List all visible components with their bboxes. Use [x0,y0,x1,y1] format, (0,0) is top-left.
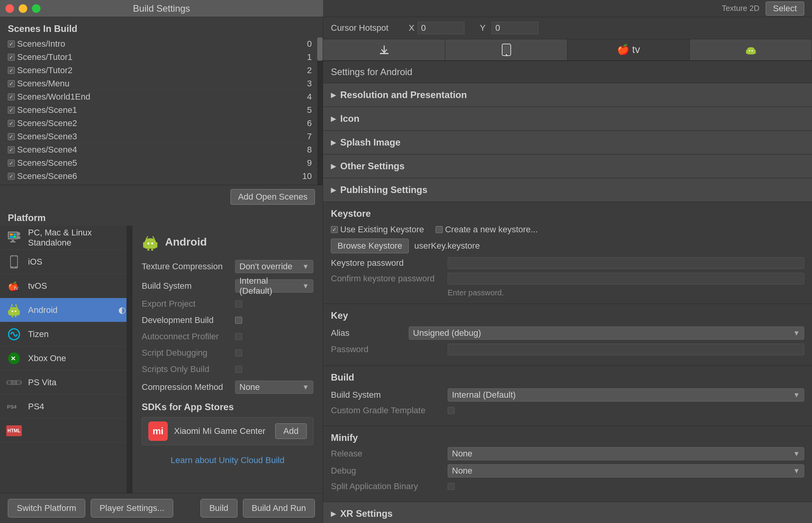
custom-gradle-checkbox[interactable] [448,407,455,414]
alias-dropdown[interactable]: Unsigned (debug) ▼ [409,326,804,340]
scene-num-9: 9 [307,158,312,168]
section-bar-publishing[interactable]: ▶ Publishing Settings [323,178,812,202]
keystore-hint: Enter password. [448,288,804,297]
scene-check-8 [8,146,15,153]
switch-platform-button[interactable]: Switch Platform [8,499,85,518]
titlebar: Build Settings [0,0,323,17]
platform-scrollbar[interactable] [127,226,132,493]
build-system-dropdown[interactable]: Internal (Default) ▼ [235,279,313,293]
build-button[interactable]: Build [200,499,237,518]
scene-item-3[interactable]: Scenes/Menu 3 [0,77,323,90]
debug-label: Debug [331,466,448,476]
svg-point-27 [15,311,16,312]
platform-item-ps4[interactable]: PS4 PS4 [0,395,132,419]
build-title: Build [331,372,804,383]
cursor-y-input[interactable] [492,22,538,34]
scene-item-0[interactable]: Scenes/Intro 0 [0,37,323,51]
section-bar-resolution[interactable]: ▶ Resolution and Presentation [323,83,812,107]
use-existing-keystore-label[interactable]: Use Existing Keystore [331,225,424,235]
use-existing-checkbox[interactable] [331,226,338,233]
create-new-checkbox[interactable] [436,226,443,233]
platform-item-android[interactable]: Android ◐ [0,298,132,322]
confirm-keystore-label: Confirm keystore password [331,274,448,284]
platform-item-tvos[interactable]: 🍎 tv tvOS [0,274,132,298]
scenes-scrollbar-thumb[interactable] [317,37,323,61]
scripts-only-build-label: Scripts Only Build [142,364,235,374]
tab-appletv[interactable]: 🍎 tv [568,39,690,60]
browse-keystore-button[interactable]: Browse Keystore [331,239,409,253]
tvos-icon: 🍎 tv [6,278,22,294]
svg-point-32 [7,381,11,384]
android-unity-icon: ◐ [118,305,126,315]
scripts-only-build-checkbox[interactable] [235,366,242,373]
scenes-list: Scenes/Intro 0 Scenes/Tutor1 1 Scenes/Tu… [0,37,323,185]
scene-item-6[interactable]: Scenes/Scene2 6 [0,117,323,130]
add-open-scenes-button[interactable]: Add Open Scenes [230,189,315,205]
split-binary-row: Split Application Binary [331,481,804,491]
section-bar-icon[interactable]: ▶ Icon [323,107,812,131]
key-password-label: Password [331,344,448,355]
texture-compression-dropdown[interactable]: Don't override ▼ [235,260,313,273]
player-settings-button[interactable]: Player Settings... [91,499,173,518]
scene-item-7[interactable]: Scenes/Scene3 7 [0,130,323,143]
build-and-run-button[interactable]: Build And Run [243,499,315,518]
section-bar-other[interactable]: ▶ Other Settings [323,154,812,178]
select-button[interactable]: Select [766,2,804,16]
scene-item-1[interactable]: Scenes/Tutor1 1 [0,51,323,64]
svg-rect-5 [13,236,16,238]
svg-rect-39 [155,242,157,248]
close-button[interactable] [5,4,14,13]
split-binary-checkbox[interactable] [448,483,455,490]
scene-item-9[interactable]: Scenes/Scene5 9 [0,156,323,170]
compression-method-dropdown[interactable]: None ▼ [235,381,313,394]
debug-dropdown[interactable]: None ▼ [448,464,804,477]
maximize-button[interactable] [32,4,40,13]
export-project-checkbox[interactable] [235,300,242,307]
platform-item-html5[interactable]: HTML [0,419,132,443]
cloud-build-link[interactable]: Learn about Unity Cloud Build [170,455,284,465]
create-new-keystore-label[interactable]: Create a new keystore... [436,225,538,235]
splash-label: Splash Image [340,137,401,148]
minimize-button[interactable] [19,4,27,13]
scene-item-5[interactable]: Scenes/Scene1 5 [0,104,323,117]
scene-item-4[interactable]: Scenes/World1End 4 [0,90,323,104]
section-bar-splash[interactable]: ▶ Splash Image [323,131,812,154]
minify-section: Minify Release None ▼ Debug None ▼ [323,426,812,502]
platform-item-psvita[interactable]: PS Vita [0,370,132,395]
svg-point-54 [749,50,750,51]
platform-item-pc[interactable]: PC, Mac & Linux Standalone [0,226,132,250]
scene-item-2[interactable]: Scenes/Tutor2 2 [0,64,323,77]
svg-rect-6 [12,240,14,241]
platform-item-ios[interactable]: iOS [0,250,132,274]
development-build-checkbox[interactable] [235,317,242,324]
development-build-label: Development Build [142,315,235,325]
xr-settings-bar[interactable]: ▶ XR Settings [323,502,812,523]
scene-item-8[interactable]: Scenes/Scene4 8 [0,143,323,156]
add-sdk-button[interactable]: Add [275,423,307,439]
svg-point-12 [13,267,15,268]
svg-text:PS4: PS4 [7,404,17,410]
icon-arrow-icon: ▶ [331,114,336,123]
autoconnect-profiler-checkbox[interactable] [235,333,242,340]
tab-mobile[interactable] [445,39,568,60]
keystore-password-input[interactable] [448,257,804,269]
custom-gradle-row: Custom Gradle Template [331,405,804,416]
release-dropdown[interactable]: None ▼ [448,447,804,460]
key-password-input[interactable] [448,344,804,355]
build-system-right-dropdown[interactable]: Internal (Default) ▼ [448,388,804,402]
icon-label: Icon [340,113,359,124]
compression-method-label: Compression Method [142,382,235,392]
svg-rect-41 [151,249,153,251]
scene-item-10[interactable]: Scenes/Scene6 10 [0,170,323,183]
svg-rect-11 [11,256,17,267]
sdk-item-xiaomi: mi Xiaomi Mi Game Center Add [142,417,313,445]
scenes-scrollbar[interactable] [317,37,323,185]
confirm-keystore-input[interactable] [448,273,804,284]
tab-android[interactable] [690,39,812,60]
platform-item-tizen[interactable]: Tizen [0,322,132,346]
tab-download[interactable] [323,39,445,60]
platform-item-xbox[interactable]: ✕ Xbox One [0,346,132,370]
script-debugging-checkbox[interactable] [235,349,242,356]
scene-item-11[interactable]: Scenes/Scene7 11 [0,183,323,185]
cursor-x-input[interactable] [418,22,464,34]
